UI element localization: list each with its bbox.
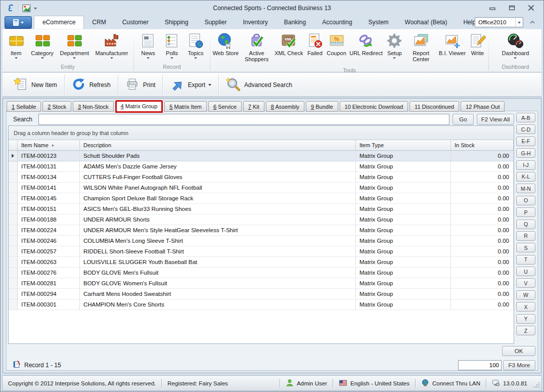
header-item-type[interactable]: Item Type xyxy=(356,140,451,151)
alpha-button-z[interactable]: Z xyxy=(516,326,535,335)
alpha-button-q[interactable]: Q xyxy=(516,220,535,229)
ribbon-button-active-shoppers[interactable]: Active Shoppers xyxy=(241,31,273,67)
ribbon-tab-customer[interactable]: Customer xyxy=(114,16,157,29)
version-status[interactable]: 13.0.0.81 xyxy=(486,376,533,390)
alpha-button-c-d[interactable]: C-D xyxy=(516,124,535,134)
language-status[interactable]: English - United States xyxy=(333,376,415,390)
view-tab-8-assembly[interactable]: 8 Assembly xyxy=(266,101,304,112)
ok-button[interactable]: OK xyxy=(502,346,535,356)
ribbon-tab-inventory[interactable]: Inventory xyxy=(235,16,276,29)
alpha-button-m-n[interactable]: M-N xyxy=(516,184,535,193)
search-input[interactable] xyxy=(38,114,449,125)
restore-button[interactable] xyxy=(505,3,518,12)
alpha-button-i-j[interactable]: I-J xyxy=(516,160,535,170)
ribbon-tab-supplier[interactable]: Supplier xyxy=(196,16,235,29)
ribbon-tab-crm[interactable]: CRM xyxy=(84,16,114,29)
alpha-button-s[interactable]: S xyxy=(516,243,535,252)
ribbon-button-write[interactable]: Write xyxy=(467,31,487,61)
table-row[interactable]: ITEM-000263LOUISVILLE SLUGGER Youth Base… xyxy=(9,257,514,268)
view-tab-3-non-stock[interactable]: 3 Non-Stock xyxy=(73,101,114,112)
view-tab-9-bundle[interactable]: 9 Bundle xyxy=(306,101,338,112)
ribbon-tab-system[interactable]: System xyxy=(360,16,397,29)
ribbon-button-polls[interactable]: Polls xyxy=(162,31,182,61)
view-tab-11-discontinued[interactable]: 11 Discontinued xyxy=(410,101,459,112)
view-tab-4-matrix-group[interactable]: 4 Matrix Group xyxy=(115,100,163,113)
refresh-button[interactable]: Refresh xyxy=(65,75,118,95)
alpha-button-o[interactable]: O xyxy=(516,196,535,205)
alpha-button-p[interactable]: P xyxy=(516,207,535,217)
resize-grip[interactable] xyxy=(534,382,540,389)
print-button[interactable]: Print xyxy=(118,75,163,95)
alpha-button-v[interactable]: V xyxy=(516,278,535,288)
alpha-button-y[interactable]: Y xyxy=(516,314,535,324)
table-row[interactable]: ITEM-000145Champion Sport Deluxe Ball St… xyxy=(9,193,514,204)
ribbon-button-bi-viewer[interactable]: B.I. Viewer xyxy=(437,31,467,61)
application-menu-button[interactable] xyxy=(5,16,32,29)
go-button[interactable]: Go xyxy=(452,114,474,125)
theme-dropdown[interactable] xyxy=(515,18,523,27)
new-item-button[interactable]: New Item xyxy=(7,75,64,95)
ribbon-button-web-store[interactable]: Web Store xyxy=(211,31,240,61)
ribbon-button-manufacturer[interactable]: Manufacturer xyxy=(94,31,130,61)
page-size-input[interactable] xyxy=(458,360,502,370)
ribbon-button-url-redirect[interactable]: URL Redirect xyxy=(348,31,384,61)
ribbon-tab-shipping[interactable]: Shipping xyxy=(157,16,197,29)
table-row[interactable]: ITEM-000257RIDDELL Short-Sleeve Football… xyxy=(9,246,514,257)
header-item-name[interactable]: Item Name ▲ xyxy=(18,140,80,151)
f2-view-all-button[interactable]: F2 View All xyxy=(477,114,514,125)
table-row[interactable]: ITEM-000188UNDER ARMOUR ShortsMatrix Gro… xyxy=(9,214,514,225)
ribbon-tab-accounting[interactable]: Accounting xyxy=(314,16,360,29)
theme-select[interactable]: Office2010 xyxy=(475,17,523,27)
ribbon-tab-ecommerce[interactable]: eCommerce xyxy=(34,16,84,29)
ribbon-button-category[interactable]: Category xyxy=(29,31,55,61)
collapse-ribbon-button[interactable] xyxy=(528,19,536,26)
alpha-button-r[interactable]: R xyxy=(516,231,535,241)
table-row[interactable]: ITEM-000123Schutt Shoulder PadsMatrix Gr… xyxy=(9,151,514,161)
table-row[interactable]: ITEM-000224UNDER ARMOUR Men's Style Heat… xyxy=(9,225,514,236)
alpha-button-t[interactable]: T xyxy=(516,255,535,265)
ribbon-button-news[interactable]: News xyxy=(138,31,158,61)
ribbon-tab-woohaa-beta-[interactable]: Woohaa! (Beta) xyxy=(397,16,456,29)
connection-status[interactable]: Connect Thru LAN xyxy=(416,376,486,390)
table-row[interactable]: ITEM-000294Carhartt Mens Hooded Sweatshi… xyxy=(9,289,514,299)
ribbon-button-report-center[interactable]: Report Center xyxy=(405,31,437,67)
ribbon-button-setup[interactable]: Setup xyxy=(384,31,404,61)
header-description[interactable]: Description xyxy=(80,140,356,151)
alpha-button-e-f[interactable]: E-F xyxy=(516,137,535,146)
ribbon-button-item[interactable]: Item xyxy=(6,31,26,61)
ribbon-button-xml-check[interactable]: XML XML Check xyxy=(273,31,304,61)
view-tab-7-kit[interactable]: 7 Kit xyxy=(243,101,264,112)
alpha-button-g-h[interactable]: G-H xyxy=(516,148,535,158)
table-row[interactable]: ITEM-000246COLUMBIA Men's Long Sleeve T-… xyxy=(9,236,514,246)
table-row[interactable]: ITEM-000281BODY GLOVE Women's FullsuitMa… xyxy=(9,278,514,289)
view-tab-1-sellable[interactable]: 1 Sellable xyxy=(7,101,41,112)
alpha-button-k-l[interactable]: K-L xyxy=(516,172,535,182)
ribbon-button-department[interactable]: Department xyxy=(58,31,90,61)
view-tab-6-service[interactable]: 6 Service xyxy=(208,101,242,112)
alpha-button-x[interactable]: X xyxy=(516,302,535,312)
export-button[interactable]: Export xyxy=(163,75,218,95)
view-tab-2-stock[interactable]: 2 Stock xyxy=(42,101,71,112)
table-row[interactable]: ITEM-000131ADAMS Men's Dazzle Game Jerse… xyxy=(9,161,514,172)
header-in-stock[interactable]: In Stock xyxy=(451,140,514,151)
advanced-search-button[interactable]: Advanced Search xyxy=(219,75,299,95)
f3-more-button[interactable]: F3 More xyxy=(503,360,535,370)
view-tab-5-matrix-item[interactable]: 5 Matrix Item xyxy=(164,101,207,112)
table-row[interactable]: ITEM-000301CHAMPION Men's Core ShortsMat… xyxy=(9,299,514,310)
alpha-button-a-b[interactable]: A-B xyxy=(516,113,535,122)
minimize-button[interactable] xyxy=(486,3,499,12)
ribbon-button-topics[interactable]: Topics xyxy=(186,31,206,61)
ribbon-button-failed[interactable]: Failed xyxy=(305,31,325,61)
view-tab-12-phase-out[interactable]: 12 Phase Out xyxy=(461,101,505,112)
alpha-button-w[interactable]: W xyxy=(516,290,535,300)
table-row[interactable]: ITEM-000141WILSON White Panel Autograph … xyxy=(9,183,514,193)
user-status[interactable]: Admin User xyxy=(280,376,333,390)
ribbon-button-coupon[interactable]: % Coupon xyxy=(325,31,348,61)
ribbon-button-dashboard[interactable]: Dashboard xyxy=(501,31,531,61)
table-row[interactable]: ITEM-000134CUTTERS Full-Finger Football … xyxy=(9,172,514,183)
table-row[interactable]: ITEM-000151ASICS Men's GEL-Blur33 Runnin… xyxy=(9,204,514,214)
alpha-button-u[interactable]: U xyxy=(516,267,535,276)
ribbon-tab-banking[interactable]: Banking xyxy=(276,16,314,29)
table-row[interactable]: ITEM-000276BODY GLOVE Men's FullsuitMatr… xyxy=(9,268,514,278)
close-button[interactable] xyxy=(524,3,537,12)
